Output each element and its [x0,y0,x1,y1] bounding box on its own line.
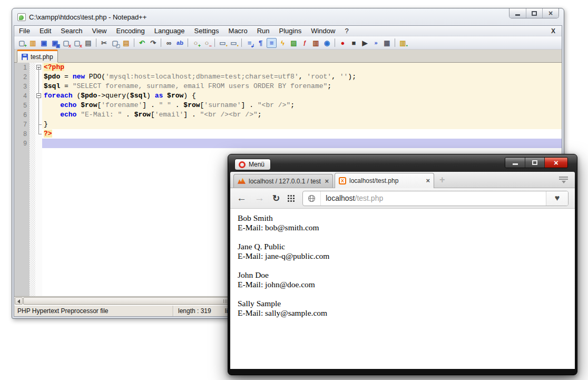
zoom-out-icon[interactable]: ○− [202,38,212,48]
reload-button[interactable]: ↻ [272,193,280,204]
tab-close-icon[interactable]: × [426,178,430,184]
sync-horizontal-icon[interactable]: ▭• [229,38,239,48]
macro-record-icon[interactable]: ● [338,38,348,48]
user-record: Bob SmithE-Mail: bob@smith.com [238,213,575,232]
replace-icon[interactable]: ab [175,38,185,48]
record-name: Jane Q. Public [238,242,575,251]
forward-button[interactable]: → [254,192,264,204]
menu-item-encoding[interactable]: Encoding [112,27,150,35]
undo-icon[interactable]: ↶ [137,38,147,48]
menu-item-run[interactable]: Run [252,27,275,35]
code-text[interactable]: echo "E-Mail: " . $row['email'] . "<br /… [42,110,562,120]
saved-file-icon [22,54,28,60]
macro-play-icon[interactable]: ▶ [360,38,370,48]
fold-cell[interactable] [35,63,42,72]
menu-close-x[interactable]: X [551,27,562,35]
opera-window: Menü localhost / 127.0.0.1 / test×Xlocal… [228,154,577,375]
copy-icon[interactable]: ▢▢ [110,38,120,48]
document-tab-testphp[interactable]: test.php [17,50,58,63]
opera-logo-icon [239,161,246,168]
user-defined-dialog-icon[interactable]: ϟ [278,38,288,48]
scroll-left-arrow[interactable] [15,297,23,305]
bookmark-cell [30,72,35,82]
code-text[interactable]: $pdo = new PDO('mysql:host=localhost;dbn… [42,72,562,82]
bookmark-cell [30,82,35,91]
url-path: /test.php [355,194,384,202]
fold-cell[interactable] [35,91,42,101]
opera-menu-button[interactable]: Menü [234,159,271,170]
menu-item-view[interactable]: View [87,27,112,35]
menu-item-edit[interactable]: Edit [35,27,56,35]
redo-icon[interactable]: ↷ [148,38,158,48]
save-all-icon[interactable]: ▣▣ [50,38,60,48]
menu-item-macro[interactable]: Macro [224,27,252,35]
document-tab-label: test.php [31,53,53,61]
status-doc-type: PHP Hypertext Preprocessor file [14,306,173,316]
npp-minimize-button[interactable] [509,8,526,18]
indent-guide-icon[interactable]: ≡ [267,38,277,48]
menu-item-file[interactable]: File [14,27,35,35]
code-text[interactable]: ?> [42,129,562,139]
macro-run-multiple-icon[interactable]: » [371,38,381,48]
bookmark-cell [30,120,35,129]
fold-toggle-icon[interactable] [36,93,41,98]
browser-tab-1[interactable]: localhost / 127.0.0.1 / test× [233,174,333,188]
menu-item-search[interactable]: Search [56,27,87,35]
menu-item-window[interactable]: Window [306,27,340,35]
line-number: 4 [14,91,30,101]
line-number: 9 [14,139,30,148]
close-file-icon[interactable]: ▢x [61,38,71,48]
code-text[interactable]: <?php [42,63,562,72]
folder-as-workspace-icon[interactable]: ▥ [311,38,321,48]
code-text[interactable] [42,139,562,148]
npp-close-button[interactable] [542,8,558,18]
browser-tab-2[interactable]: Xlocalhost/test.php× [335,173,434,188]
toolbar-separator [335,38,335,47]
show-all-characters-icon[interactable]: ¶ [256,38,266,48]
find-icon[interactable]: ∞ [164,38,174,48]
fold-cell [35,139,42,148]
code-text[interactable]: echo $row['forename'] . " " . $row['surn… [42,101,562,110]
macro-save-icon[interactable]: ▦ [382,38,392,48]
menu-item-language[interactable]: Language [150,27,190,35]
menu-item-help[interactable]: ? [340,27,353,35]
close-all-icon[interactable]: ▢x [72,38,82,48]
save-icon[interactable]: ▣ [39,38,49,48]
new-file-icon[interactable]: ▢+ [17,38,27,48]
opera-close-button[interactable] [544,158,567,168]
address-bar[interactable]: localhost/test.php ♥ [302,191,569,206]
sync-vertical-icon[interactable]: ▭• [218,38,228,48]
paste-icon[interactable]: ▤ [121,38,131,48]
menu-item-plugins[interactable]: Plugins [275,27,307,35]
word-wrap-icon[interactable]: ≡↲ [244,38,254,48]
code-text[interactable]: } [42,120,562,129]
new-tab-button[interactable]: + [439,174,445,186]
open-folder-icon[interactable]: ▥ [28,38,38,48]
tab-list-icon[interactable] [559,177,568,186]
menu-item-settings[interactable]: Settings [190,27,224,35]
opera-minimize-button[interactable] [505,158,525,168]
function-list-icon[interactable]: ƒ [300,38,310,48]
document-map-icon[interactable]: ▨ [289,38,299,48]
plugins-admin-icon[interactable]: ▥• [398,38,408,48]
xampp-favicon: X [339,177,346,184]
code-text[interactable]: foreach ($pdo->query($sql) as $row) { [42,91,562,101]
monitoring-icon[interactable]: ◉ [322,38,332,48]
tab-close-icon[interactable]: × [325,178,329,184]
close-icon [548,8,553,18]
url-text[interactable]: localhost/test.php [321,194,383,202]
zoom-in-icon[interactable]: ○+ [191,38,201,48]
back-button[interactable]: ← [237,192,247,204]
macro-stop-icon[interactable]: ■ [349,38,359,48]
record-name: John Doe [238,270,575,280]
opera-maximize-button[interactable] [525,158,544,168]
bookmark-heart-button[interactable]: ♥ [546,191,568,206]
tab-label: localhost/test.php [349,177,423,184]
print-icon[interactable]: ▤ [83,38,93,48]
npp-maximize-button[interactable] [526,8,542,18]
code-text[interactable]: $sql = "SELECT forename, surname, email … [42,82,562,91]
minimize-icon [513,163,518,165]
speed-dial-icon[interactable] [288,195,295,202]
cut-icon[interactable]: ✂ [99,38,109,48]
fold-cell [35,101,42,110]
